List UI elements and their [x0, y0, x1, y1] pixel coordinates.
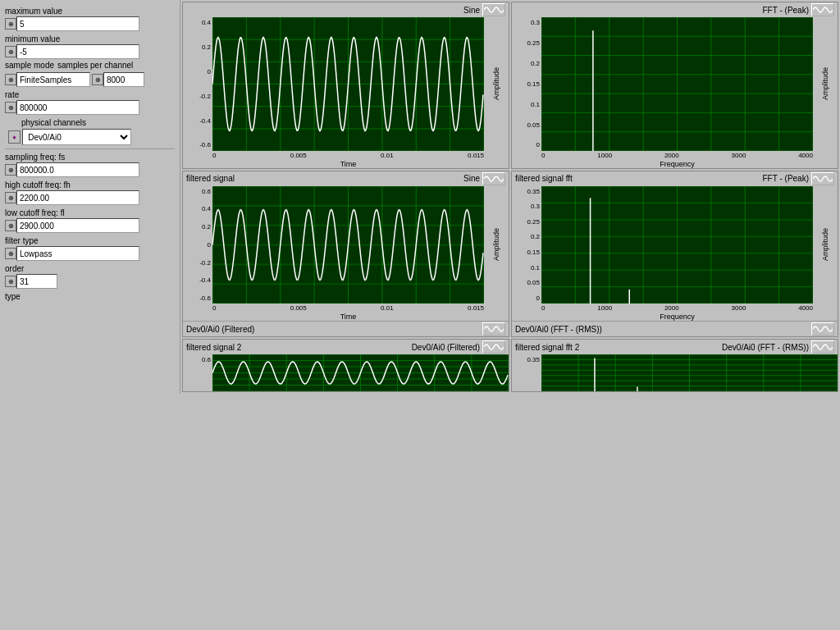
chart4-x-ticks: 0 1000 2000 3000 4000: [541, 304, 813, 313]
max-value-spinner[interactable]: ⊕: [5, 18, 16, 30]
sample-mode-input[interactable]: [16, 72, 90, 87]
chart1-titlebar: Sine: [183, 2, 509, 17]
channel-icon: ♦: [8, 130, 21, 144]
order-input[interactable]: [16, 274, 57, 289]
high-cutoff-spinner[interactable]: ⊕: [5, 192, 16, 203]
filter-type-label: filter type: [5, 236, 175, 245]
chart4-wave-button[interactable]: [811, 172, 834, 185]
chart5-axis-area: 0.6: [183, 354, 509, 391]
max-value-label: maximum value: [5, 7, 175, 16]
sample-row: sample mode samples per channel: [5, 61, 175, 71]
min-value-input[interactable]: [16, 44, 139, 59]
rate-input[interactable]: [16, 100, 139, 115]
chart2-container: FFT - (Peak) 0.3 0.25 0.2 0.15 0.1 0.05 …: [511, 2, 838, 169]
chart1-sine-label: Sine: [463, 6, 480, 15]
chart5-wave-button[interactable]: [482, 340, 505, 354]
chart2-wave-button[interactable]: [811, 3, 834, 16]
rate-spinner[interactable]: ⊕: [5, 102, 16, 113]
chart5-channel-label: Dev0/Ai0 (Filtered): [412, 343, 480, 352]
chart3-bottombar: Dev0/Ai0 (Filtered): [183, 321, 509, 336]
sampling-freq-row: ⊕: [5, 162, 175, 177]
max-value-row: ⊕: [5, 16, 175, 31]
chart4-axis-area: 0.35 0.3 0.25 0.2 0.15 0.1 0.05 0 Amplit…: [512, 186, 838, 304]
filter-type-input[interactable]: [16, 246, 139, 261]
sample-mode-spinner[interactable]: ⊕: [5, 74, 16, 85]
chart4-x-label: Frequency: [541, 313, 813, 321]
chart6-wave-button[interactable]: [811, 340, 834, 354]
chart3-wave-button[interactable]: [482, 172, 505, 185]
chart1-x-label: Time: [212, 160, 484, 168]
chart1-y-axis: 0.4 0.2 0 -0.2 -0.4 -0.6: [183, 17, 212, 151]
sample-mode-label: sample mode: [5, 61, 54, 70]
chart6-channel-label: Dev0/Ai0 (FFT - (RMS)): [722, 343, 809, 352]
low-cutoff-spinner[interactable]: ⊕: [5, 220, 16, 231]
chart3-y-axis: 0.6 0.4 0.2 0 -0.2 -0.4 -0.6: [183, 186, 212, 304]
chart3-channel-wave-button[interactable]: [482, 322, 505, 336]
chart2-fft-label: FFT - (Peak): [763, 6, 809, 15]
chart1-plot-col: [212, 17, 484, 151]
chart3-title: filtered signal: [186, 174, 235, 183]
chart3-container: filtered signal Sine 0.6 0.4 0.2 0 -0.2 …: [182, 171, 509, 338]
chart1-container: Sine 0.4 0.2 0 -0.2 -0.4 -0.6: [182, 2, 509, 169]
chart1-y-title: Amplitude: [484, 17, 509, 151]
channel-dropdown[interactable]: Dev0/Ai0: [22, 129, 131, 145]
high-cutoff-row: ⊕: [5, 190, 175, 205]
chart6-title: filtered signal fft 2: [515, 343, 579, 352]
order-spinner[interactable]: ⊕: [5, 276, 16, 287]
chart2-x-ticks: 0 1000 2000 3000 4000: [541, 151, 813, 160]
samples-per-ch-spinner[interactable]: ⊕: [92, 74, 103, 85]
chart4-y-axis: 0.35 0.3 0.25 0.2 0.15 0.1 0.05 0: [512, 186, 541, 304]
filter-type-row: ⊕: [5, 246, 175, 261]
min-value-spinner[interactable]: ⊕: [5, 46, 16, 57]
chart6-titlebar: filtered signal fft 2 Dev0/Ai0 (FFT - (R…: [512, 340, 838, 354]
high-cutoff-label: high cutoff freq: fh: [5, 180, 175, 189]
chart3-x-axis-area: 0 0.005 0.01 0.015 Time: [212, 304, 484, 321]
chart2-plot-col: [541, 17, 813, 151]
chart6-title-right: Dev0/Ai0 (FFT - (RMS)): [722, 340, 834, 354]
chart6-plot: [541, 354, 838, 391]
max-value-input[interactable]: [16, 16, 139, 31]
chart1-x-axis-area: 0 0.005 0.01 0.015 Time: [212, 151, 484, 168]
chart4-y-title: Amplitude: [813, 186, 838, 304]
samples-per-ch-input[interactable]: [103, 72, 144, 87]
chart4-container: filtered signal fft FFT - (Peak) 0.35 0.…: [511, 171, 838, 338]
chart2-x-axis-area: 0 1000 2000 3000 4000 Frequency: [541, 151, 813, 168]
chart2-y-axis: 0.3 0.25 0.2 0.15 0.1 0.05 0: [512, 17, 541, 151]
chart3-amplitude-label: Amplitude: [492, 228, 500, 261]
chart4-plot: [541, 186, 813, 304]
chart5-title-right: Dev0/Ai0 (Filtered): [412, 340, 505, 354]
chart4-title-right: FFT - (Peak): [763, 172, 834, 185]
order-label: order: [5, 264, 175, 273]
chart3-channel-label: Dev0/Ai0 (Filtered): [186, 325, 254, 334]
chart4-plot-col: [541, 186, 813, 304]
chart1-plot: [212, 17, 484, 151]
high-cutoff-input[interactable]: [16, 190, 139, 205]
chart4-title: filtered signal fft: [515, 174, 573, 183]
chart6-container: filtered signal fft 2 Dev0/Ai0 (FFT - (R…: [511, 339, 838, 392]
rate-label: rate: [5, 90, 175, 99]
chart3-x-ticks: 0 0.005 0.01 0.015: [212, 304, 484, 313]
chart1-axis-area: 0.4 0.2 0 -0.2 -0.4 -0.6 Amplitude: [183, 17, 509, 151]
samples-per-ch-label: samples per channel: [57, 61, 133, 70]
sampling-freq-spinner[interactable]: ⊕: [5, 164, 16, 176]
sampling-freq-label: sampling freq: fs: [5, 153, 175, 162]
chart5-container: filtered signal 2 Dev0/Ai0 (Filtered) 0.…: [182, 339, 509, 392]
sampling-freq-input[interactable]: [16, 162, 139, 177]
chart6-y-axis: 0.35: [512, 354, 541, 391]
chart2-amplitude-label: Amplitude: [821, 67, 829, 100]
chart4-x-axis-area: 0 1000 2000 3000 4000 Frequency: [541, 304, 813, 321]
physical-channels-label: physical channels: [21, 118, 175, 127]
rate-row: ⊕: [5, 100, 175, 115]
filter-type-spinner[interactable]: ⊕: [5, 248, 16, 259]
chart3-title-right: Sine: [463, 172, 505, 185]
chart4-fft-label: FFT - (Peak): [763, 174, 809, 183]
chart3-y-title: Amplitude: [484, 186, 509, 304]
chart1-wave-button[interactable]: [482, 3, 505, 16]
low-cutoff-input[interactable]: [16, 218, 139, 233]
chart4-channel-wave-button[interactable]: [811, 322, 834, 336]
order-row: ⊕: [5, 274, 175, 289]
chart4-bottombar: Dev0/Ai0 (FFT - (RMS)): [512, 321, 838, 336]
min-value-row: ⊕: [5, 44, 175, 59]
chart2-y-title: Amplitude: [813, 17, 838, 151]
chart1-amplitude-label: Amplitude: [492, 67, 500, 100]
